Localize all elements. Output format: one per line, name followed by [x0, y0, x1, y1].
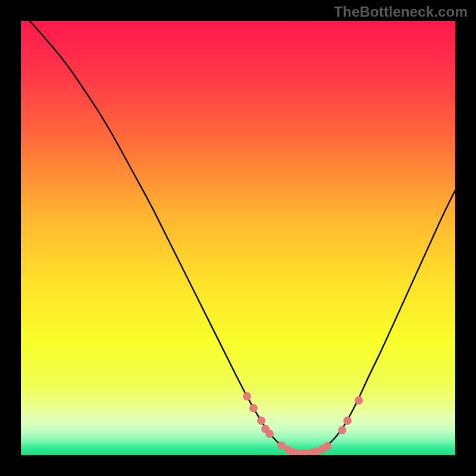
data-dot — [323, 442, 331, 450]
plot-area — [21, 21, 455, 455]
data-dots-layer — [21, 21, 455, 455]
data-dot — [338, 426, 346, 434]
data-dot — [249, 404, 258, 412]
watermark-text: TheBottleneck.com — [334, 4, 468, 20]
data-dot — [265, 430, 274, 438]
chart-frame: TheBottleneck.com — [0, 0, 476, 476]
data-dot — [355, 396, 363, 405]
data-dot — [243, 392, 251, 400]
data-dot — [257, 416, 265, 425]
data-dot — [343, 416, 352, 425]
